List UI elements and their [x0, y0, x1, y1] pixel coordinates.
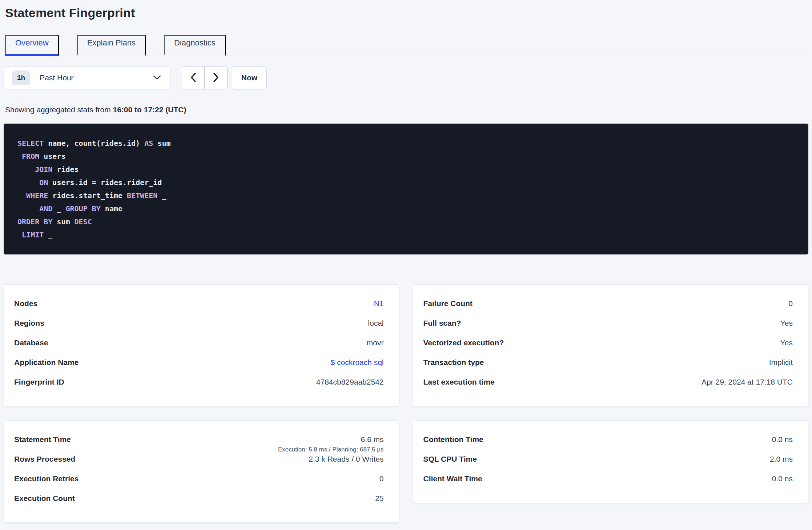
- aggregated-stats-prefix: Showing aggregated stats from: [5, 105, 113, 114]
- stat-row-fingerprint-id: Fingerprint ID 4784cb829aab2542: [14, 377, 384, 397]
- stat-value: local: [368, 318, 383, 328]
- stat-value: 0: [379, 474, 384, 484]
- stat-row-contention-time: Contention Time 0.0 ns: [423, 434, 793, 454]
- stat-label: Application Name: [14, 357, 79, 368]
- aggregated-stats-line: Showing aggregated stats from 16:00 to 1…: [5, 105, 808, 114]
- stat-row-execution-retries: Execution Retries 0: [14, 474, 384, 493]
- stat-label: Regions: [14, 318, 44, 328]
- stat-label: Execution Retries: [14, 474, 79, 484]
- sql-line: ORDER BY sum DESC: [17, 215, 795, 228]
- stat-value: 2.0 ms: [770, 454, 793, 464]
- sql-line: SELECT name, count(rides.id) AS sum: [17, 137, 795, 150]
- stat-row-database: Database movr: [14, 338, 384, 357]
- application-name-link[interactable]: $ cockroach sql: [331, 357, 384, 368]
- chevron-down-icon: [153, 75, 161, 81]
- sql-line: WHERE rides.start_time BETWEEN _: [17, 189, 795, 202]
- stat-value: Yes: [780, 338, 793, 348]
- time-range-badge: 1h: [12, 71, 30, 85]
- stat-value: Implicit: [769, 357, 793, 368]
- wait-times-card: Contention Time 0.0 ns SQL CPU Time 2.0 …: [413, 420, 809, 503]
- stat-label: Transaction type: [423, 357, 484, 368]
- stat-label: Execution Count: [14, 493, 75, 503]
- stat-label: Fingerprint ID: [14, 377, 64, 387]
- stat-label: Statement Time: [14, 434, 71, 445]
- stat-row-failure-count: Failure Count 0: [423, 298, 793, 318]
- now-button[interactable]: Now: [232, 66, 267, 89]
- stat-value: 6.6 ms: [361, 434, 383, 445]
- aggregated-stats-range: 16:00 to 17:22 (UTC): [113, 105, 186, 114]
- stat-value: 25: [375, 493, 383, 503]
- previous-timeframe-button[interactable]: [182, 67, 205, 89]
- stat-row-transaction-type: Transaction type Implicit: [423, 357, 793, 377]
- stat-row-rows-processed: Rows Processed 2.3 k Reads / 0 Writes: [14, 454, 384, 474]
- stat-row-execution-count: Execution Count 25: [14, 493, 384, 513]
- stat-label: Failure Count: [423, 298, 473, 309]
- stat-value: 0.0 ns: [772, 474, 793, 484]
- stat-row-vectorized-execution: Vectorized execution? Yes: [423, 338, 793, 357]
- tab-overview[interactable]: Overview: [5, 35, 59, 56]
- stat-label: Last execution time: [423, 377, 495, 387]
- tab-bar: Overview Explain Plans Diagnostics: [4, 35, 808, 56]
- sql-statement-box: SELECT name, count(rides.id) AS sum FROM…: [4, 124, 808, 254]
- sql-line: JOIN rides: [17, 163, 795, 176]
- stat-row-sql-cpu-time: SQL CPU Time 2.0 ms: [423, 454, 793, 474]
- sql-line: AND _ GROUP BY name: [17, 202, 795, 215]
- time-range-label: Past Hour: [40, 73, 153, 82]
- statement-fingerprint-page: Statement Fingerprint Overview Explain P…: [0, 0, 812, 523]
- stat-row-statement-time: Statement Time 6.6 ms Execution: 5.8 ms …: [14, 434, 384, 454]
- stat-label: Full scan?: [423, 318, 461, 328]
- tab-diagnostics[interactable]: Diagnostics: [164, 35, 226, 56]
- time-range-select[interactable]: 1h Past Hour: [4, 66, 171, 89]
- next-timeframe-button[interactable]: [205, 67, 227, 89]
- execution-attributes-card: Failure Count 0 Full scan? Yes Vectorize…: [413, 284, 809, 406]
- sql-line: LIMIT _: [17, 228, 795, 241]
- sql-line: FROM users: [17, 150, 795, 163]
- tab-explain-plans[interactable]: Explain Plans: [77, 35, 146, 56]
- chevron-right-icon: [213, 72, 219, 84]
- stat-value: 0: [788, 298, 793, 309]
- stat-row-regions: Regions local: [14, 318, 384, 338]
- stat-value-group: 6.6 ms Execution: 5.8 ms / Planning: 687…: [278, 434, 383, 454]
- stat-label: Rows Processed: [14, 454, 75, 464]
- stat-value: 0.0 ns: [772, 434, 793, 445]
- page-title: Statement Fingerprint: [5, 6, 808, 20]
- stat-value: movr: [367, 338, 384, 348]
- stat-value: Apr 29, 2024 at 17:18 UTC: [702, 377, 793, 387]
- nodes-link[interactable]: N1: [374, 298, 384, 309]
- stat-value: 2.3 k Reads / 0 Writes: [309, 454, 383, 464]
- stat-label: Nodes: [14, 298, 37, 309]
- stat-row-application-name: Application Name $ cockroach sql: [14, 357, 384, 377]
- stat-row-full-scan: Full scan? Yes: [423, 318, 793, 338]
- stat-label: Vectorized execution?: [423, 338, 504, 348]
- stat-row-nodes: Nodes N1: [14, 298, 384, 318]
- stat-label: Contention Time: [423, 434, 483, 445]
- stat-subvalue: Execution: 5.8 ms / Planning: 687.5 µs: [278, 445, 383, 454]
- time-step-buttons: [182, 66, 228, 89]
- stat-label: SQL CPU Time: [423, 454, 477, 464]
- stat-row-last-execution-time: Last execution time Apr 29, 2024 at 17:1…: [423, 377, 793, 397]
- stat-label: Client Wait Time: [423, 474, 482, 484]
- chevron-left-icon: [190, 72, 196, 84]
- stats-cards-grid: Nodes N1 Regions local Database movr App…: [4, 284, 808, 523]
- sql-line: ON users.id = rides.rider_id: [17, 176, 795, 189]
- stat-value: 4784cb829aab2542: [316, 377, 384, 387]
- time-toolbar: 1h Past Hour Now: [4, 66, 808, 89]
- stat-row-client-wait-time: Client Wait Time 0.0 ns: [423, 474, 793, 493]
- overview-info-card: Nodes N1 Regions local Database movr App…: [4, 284, 399, 406]
- stat-value: Yes: [780, 318, 793, 328]
- statement-times-card: Statement Time 6.6 ms Execution: 5.8 ms …: [4, 420, 399, 523]
- stat-label: Database: [14, 338, 48, 348]
